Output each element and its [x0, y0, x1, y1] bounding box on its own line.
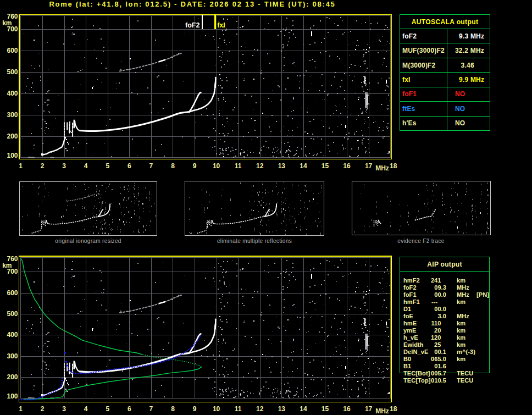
autoscala-row-label: ftEs: [400, 102, 447, 115]
aip-row-unit: km: [457, 356, 465, 363]
aip-row-fof2: foF209.3MHz: [400, 284, 532, 291]
aip-header-divider: [400, 271, 490, 272]
aip-row-unit: MHz: [457, 313, 469, 320]
x-tick-label: 6: [128, 162, 131, 170]
autoscala-row-label: foF1: [400, 87, 447, 101]
y-tick-label: 400: [7, 331, 18, 339]
thumbnail-caption-eliminate: eliminate multiple reflections: [172, 238, 337, 244]
autoscala-row-value: NO: [447, 117, 490, 130]
x-axis-unit: MHz: [375, 164, 389, 172]
aip-row-hmf1: hmF1--- km: [400, 298, 532, 306]
x-tick-label: 10: [213, 162, 220, 170]
x-tick-label: 15: [322, 405, 329, 413]
aip-row-foe: foE3.0MHz: [400, 313, 532, 320]
aip-row-unit: MHz: [457, 284, 469, 291]
aip-row-fof1: foF100.0MHz[PN]: [400, 291, 532, 298]
x-tick-label: 16: [343, 162, 351, 170]
x-tick-label: 4: [84, 405, 88, 413]
autoscala-row-value: 3.46: [447, 58, 490, 72]
aip-row-unit: km: [457, 327, 465, 334]
x-tick-label: 12: [256, 405, 264, 413]
y-tick-label: 100: [7, 392, 18, 400]
autoscala-row-value: NO: [447, 87, 490, 101]
aip-row-hme: hmE110 km: [400, 320, 532, 327]
x-tick-label: 13: [278, 162, 286, 170]
autoscala-row-m3000f2: M(3000)F2 3.46: [400, 58, 490, 72]
autoscala-row-value: 9.9 MHz: [447, 73, 490, 86]
x-axis-unit: MHz: [375, 407, 389, 415]
y-tick-label: 500: [7, 310, 18, 318]
x-tick-label: 2: [41, 405, 45, 413]
aip-row-value: 09.3: [400, 284, 446, 291]
bottom-ionogram-plot: 1234567891011121314151617181002003004005…: [2, 255, 397, 415]
autoscala-row-ftes: ftEsNO: [400, 101, 490, 115]
y-tick-label: 600: [7, 289, 18, 297]
x-tick-label: 6: [128, 405, 131, 413]
aip-row-value: 065.0: [400, 356, 446, 363]
x-tick-label: 10: [213, 405, 220, 413]
x-tick-label: 12: [256, 162, 264, 170]
aip-row-b0: B0065.0km: [400, 356, 532, 363]
aip-row-value: 241: [400, 277, 446, 284]
x-tick-label: 9: [193, 405, 197, 413]
thumbnail-caption-original: original ionogram resized: [6, 238, 171, 244]
autoscala-row-label: h'Es: [400, 117, 447, 130]
thumbnail-2: [352, 181, 490, 235]
x-tick-label: 4: [84, 162, 88, 170]
x-tick-label: 7: [149, 162, 153, 170]
aip-row-delnve: DelN_vE00.1m^(-3): [400, 348, 532, 356]
aip-row-ewidth: Ewidth25 km: [400, 341, 532, 348]
aip-row-value: 01.6: [400, 363, 446, 370]
aip-row-unit: km: [457, 334, 465, 341]
aip-row-tecbot: TEC[Bot]005.7TECU: [400, 370, 532, 377]
aip-row-value: 110: [400, 320, 446, 327]
y-tick-label: 700: [7, 25, 18, 33]
y-axis-unit: km: [2, 262, 12, 269]
aip-row-hve: h_vE120 km: [400, 334, 532, 341]
x-tick-label: 8: [171, 405, 175, 413]
y-tick-label: 200: [7, 132, 18, 140]
aip-row-unit: km: [457, 341, 465, 348]
aip-row-value: 00.1: [400, 348, 446, 356]
aip-row-value: 00.0: [400, 291, 446, 298]
aip-row-unit: TECU: [457, 377, 473, 384]
x-tick-label: 8: [171, 162, 175, 170]
aip-row-unit: TECU: [457, 370, 473, 377]
autoscala-row-label: MUF(3000)F2: [400, 43, 447, 57]
aip-row-unit: m^(-3): [457, 348, 475, 356]
x-tick-label: 5: [106, 405, 109, 413]
thumbnail-caption-evidence: evidence F2 trace: [339, 238, 503, 244]
autoscala-row-fxi: fxI 9.9 MHz: [400, 72, 490, 86]
autoscala-row-value: 9.3 MHz: [447, 29, 490, 43]
aip-row-value: ---: [400, 298, 446, 306]
x-tick-label: 15: [322, 162, 329, 170]
autoscala-row-muf3000f2: MUF(3000)F232.2 MHz: [400, 43, 490, 57]
y-tick-label: 200: [7, 373, 18, 381]
x-tick-label: 7: [149, 405, 153, 413]
x-tick-label: 14: [300, 405, 307, 413]
x-tick-label: 18: [390, 162, 397, 170]
aip-row-value: 120: [400, 334, 446, 341]
x-tick-label: 18: [390, 405, 397, 413]
aip-row-yme: ymE20 km: [400, 327, 532, 334]
x-tick-label: 14: [300, 162, 307, 170]
x-tick-label: 3: [62, 405, 66, 413]
autoscala-row-value: 32.2 MHz: [447, 43, 490, 57]
y-tick-label: 400: [7, 90, 18, 97]
marker-label-fxI: fxI: [217, 21, 225, 29]
top-ionogram-plot: foF2fxI123456789101112131415161718100200…: [2, 13, 397, 172]
thumbnail-0: [20, 181, 157, 235]
autoscala-row-label: foF2: [400, 29, 447, 43]
aip-row-b1: B101.6: [400, 363, 532, 370]
x-tick-label: 11: [235, 405, 242, 413]
aip-row-value: 3.0: [400, 313, 446, 320]
aip-row-value: 20: [400, 327, 446, 334]
autoscala-row-hes: h'EsNO: [400, 116, 490, 130]
aip-row-unit: km: [457, 298, 465, 306]
autoscala-row-fof1: foF1NO: [400, 87, 490, 101]
y-tick-label: 600: [7, 47, 18, 54]
x-tick-label: 9: [193, 162, 197, 170]
autoscala-row-fof2: foF2 9.3 MHz: [400, 29, 490, 43]
aip-row-d1: D100.0: [400, 306, 532, 313]
y-tick-label: 100: [7, 152, 18, 159]
